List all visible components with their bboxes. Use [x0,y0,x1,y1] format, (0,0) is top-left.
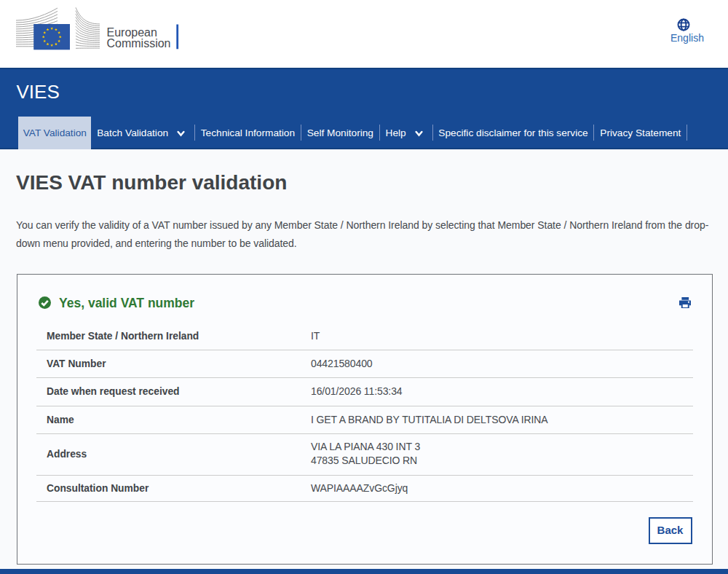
svg-text:Commission: Commission [107,37,171,50]
svg-text:European: European [107,26,157,39]
